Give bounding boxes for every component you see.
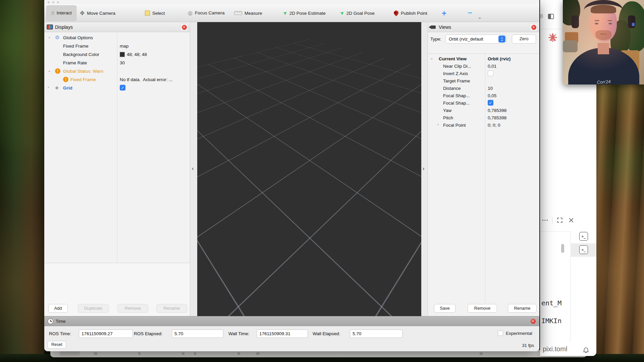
time-field-label: Wall Time: [228, 331, 250, 336]
tool-select[interactable]: Select [145, 10, 165, 15]
rviz-window: ☝Interact✥Move CameraSelect◎Focus Camera… [44, 0, 539, 351]
views-remove-button[interactable]: Remove [468, 304, 497, 313]
displays-tree-row[interactable]: Background Color48; 48; 48 [44, 51, 190, 59]
tool-move-camera[interactable]: ✥Move Camera [80, 10, 115, 16]
displays-add-button[interactable]: Add [48, 304, 68, 313]
zero-button[interactable]: Zero [512, 35, 536, 44]
displays-tree-row[interactable]: ›◈Grid✓ [44, 84, 190, 93]
tool-focus-camera[interactable]: ◎Focus Camera [188, 10, 225, 16]
property-value[interactable]: 0; 0; 0 [488, 123, 500, 128]
experimental-checkbox[interactable] [498, 330, 503, 336]
property-value[interactable]: 10 [488, 86, 493, 91]
displays-panel-header[interactable]: Displays ✕ [44, 22, 190, 32]
time-field-input[interactable] [172, 329, 223, 338]
time-field-input[interactable] [79, 329, 133, 338]
pin-icon [393, 10, 399, 16]
traffic-light-dot[interactable] [57, 1, 59, 3]
time-field-input[interactable] [350, 329, 402, 338]
add-tool-button[interactable]: + [442, 9, 446, 18]
views-tree-row[interactable]: Pitch0,785398 [428, 114, 539, 122]
views-tree-row[interactable]: Invert Z Axis [428, 70, 539, 77]
green-arrow-icon: ➤ [282, 10, 288, 16]
views-tree-row[interactable]: ⌄Current ViewOrbit (rviz) [428, 55, 539, 63]
maximize-panel-icon[interactable] [556, 217, 563, 225]
views-panel-header[interactable]: Views ✕ [428, 22, 539, 32]
tool-publish-point[interactable]: Publish Point [394, 10, 427, 15]
property-value[interactable]: 0,785398 [488, 115, 506, 120]
views-save-button[interactable]: Save [434, 304, 455, 313]
expander-closed-icon[interactable]: › [48, 85, 49, 89]
color-swatch[interactable] [120, 52, 125, 57]
property-value[interactable]: 0,785398 [488, 108, 506, 113]
property-value[interactable]: Orbit (rviz) [488, 56, 511, 61]
expander-open-icon[interactable]: ⌄ [48, 68, 51, 73]
clock-icon [48, 318, 53, 324]
splitter-right[interactable]: › [421, 22, 428, 316]
close-panel-icon[interactable] [568, 217, 575, 225]
displays-tree-row[interactable]: Frame Rate30 [44, 59, 190, 68]
views-tree-row[interactable]: Distance10 [428, 85, 539, 92]
select-box-icon [145, 10, 150, 15]
traffic-light-dot[interactable] [52, 1, 54, 3]
layout-panel-icon[interactable] [547, 13, 554, 21]
scrollbar-thumb[interactable] [561, 244, 564, 253]
terminal-output-text: ent_M [541, 299, 561, 307]
view-type-dropdown[interactable]: Orbit (rviz_default ▲▼ [445, 35, 506, 44]
collapse-right-arrow-icon[interactable]: › [423, 166, 424, 172]
close-time-button[interactable]: ✕ [529, 317, 537, 325]
views-tree-row[interactable]: Focal Shap...✓ [428, 100, 539, 107]
dropdown-stepper-icon[interactable]: ▲▼ [498, 36, 505, 43]
starburst-icon[interactable] [548, 33, 557, 44]
displays-panel-title: Displays [55, 24, 73, 30]
displays-tree-row[interactable]: !Fixed FrameNo tf data. Actual error: ..… [44, 76, 190, 84]
terminal-icon[interactable]: >_ [579, 245, 588, 254]
tool-2d-pose-estimate[interactable]: ➤2D Pose Estimate [283, 10, 326, 15]
more-actions-icon[interactable] [541, 217, 549, 225]
views-tree-row[interactable]: Target Frame [428, 77, 539, 85]
displays-tree-row[interactable]: ⌄!Global Status: Warn [44, 68, 190, 76]
time-field-label: ROS Elapsed: [134, 331, 163, 336]
property-value[interactable]: 0,05 [488, 93, 496, 98]
property-label: Background Color [63, 52, 99, 57]
expander-open-icon[interactable]: ⌄ [48, 35, 51, 39]
close-displays-button[interactable]: ✕ [180, 23, 188, 31]
displays-tree-row[interactable]: Fixed Framemap [44, 43, 190, 51]
property-value[interactable]: No tf data. Actual error: ... [120, 77, 173, 82]
displays-duplicate-button[interactable]: Duplicate [78, 304, 109, 313]
views-rename-button[interactable]: Rename [508, 304, 537, 313]
tool-2d-goal-pose[interactable]: ➤2D Goal Pose [340, 10, 375, 15]
views-tree-row[interactable]: Near Clip Di...0,01 [428, 63, 539, 70]
displays-remove-button[interactable]: Remove [117, 304, 148, 313]
time-field-input[interactable] [257, 329, 308, 338]
tool-interact[interactable]: ☝Interact [46, 5, 76, 21]
3d-viewport[interactable] [197, 22, 421, 316]
views-tree-row[interactable]: ›Focal Point0; 0; 0 [428, 122, 539, 129]
expander-open-icon[interactable]: ⌄ [430, 56, 433, 60]
expander-closed-icon[interactable]: › [437, 122, 439, 127]
notification-bell-icon[interactable] [582, 346, 590, 355]
collapse-left-arrow-icon[interactable]: ‹ [192, 166, 194, 172]
property-value[interactable]: 0,01 [488, 64, 496, 69]
remove-tool-button[interactable]: − [468, 8, 472, 17]
views-tree-row[interactable]: Focal Shap...0,05 [428, 92, 539, 100]
property-value[interactable]: 30 [120, 60, 125, 65]
views-tree-row[interactable]: Yaw0,785398 [428, 107, 539, 114]
time-panel-header[interactable]: Time ✕ [44, 316, 539, 326]
tool-measure[interactable]: Measure [234, 10, 262, 15]
checkbox-unchecked[interactable] [488, 70, 493, 76]
terminal-icon[interactable]: >_ [579, 232, 588, 241]
property-label: Invert Z Axis [443, 71, 468, 76]
toolbar-overflow-chevron-icon[interactable]: ⌄ [478, 14, 482, 20]
checkbox-checked[interactable]: ✓ [488, 100, 493, 106]
property-label: Fixed Frame [70, 77, 96, 82]
property-label: Global Options [63, 35, 93, 40]
splitter-left[interactable]: ‹ [190, 22, 197, 316]
property-value[interactable]: map [120, 44, 128, 49]
displays-tree-row[interactable]: ⌄⚙Global Options [44, 34, 190, 43]
checkbox-checked[interactable]: ✓ [120, 85, 125, 90]
property-value[interactable]: 48; 48; 48 [127, 52, 147, 57]
reset-button[interactable]: Reset [48, 341, 66, 349]
displays-rename-button[interactable]: Rename [156, 304, 187, 313]
traffic-light-dot[interactable] [48, 1, 50, 3]
close-views-button[interactable]: ✕ [530, 23, 537, 31]
